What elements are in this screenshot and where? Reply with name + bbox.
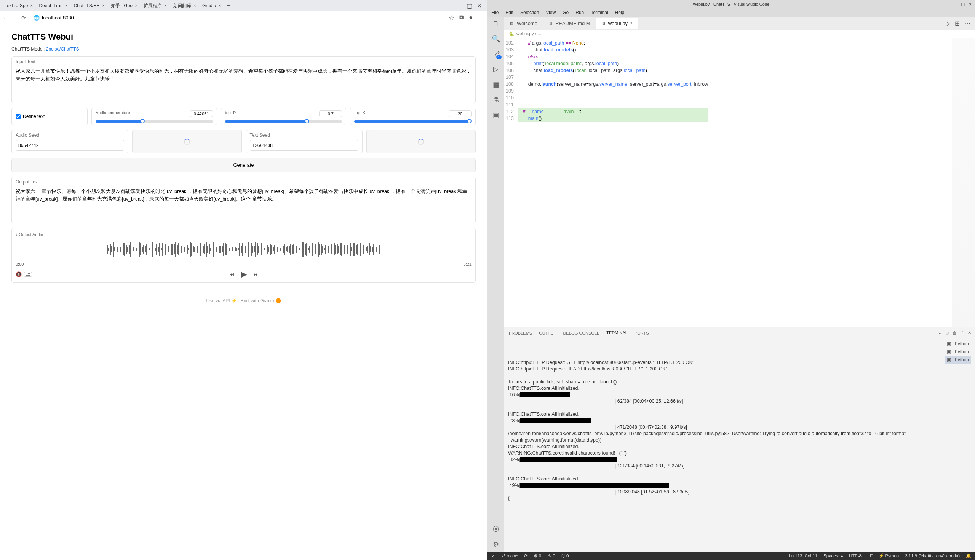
status-item[interactable]: 3.11.9 ('chattts_env': conda) <box>905 553 960 558</box>
trash-icon[interactable]: 🗑 <box>953 330 957 335</box>
code-area[interactable]: 102103104105106107108109110111112113 if … <box>504 38 975 327</box>
menu-item[interactable]: Help <box>615 10 624 15</box>
profile-icon[interactable]: ● <box>469 14 472 21</box>
close-tab-icon[interactable]: × <box>630 20 633 26</box>
tab-close-icon[interactable]: × <box>102 3 105 8</box>
status-item[interactable]: ⚡ Python <box>879 553 899 558</box>
status-item[interactable]: Ln 113, Col 11 <box>789 553 817 558</box>
close-panel-icon[interactable]: ✕ <box>968 330 971 335</box>
reload-icon[interactable]: ⟳ <box>21 15 26 21</box>
api-link[interactable]: Use via API <box>206 298 230 303</box>
tab-close-icon[interactable]: × <box>65 3 68 8</box>
close-icon[interactable]: ✕ <box>968 2 972 7</box>
extensions-icon[interactable]: ▦ <box>493 80 499 89</box>
output-textarea[interactable]: 祝大家六一 童节快乐。愿每一个小朋友和大朋友都能享受快乐的时光[uv_break… <box>12 185 475 222</box>
docker-icon[interactable]: ▣ <box>493 111 499 119</box>
code-content[interactable]: if args.local_path == None: chat.load_mo… <box>518 38 708 123</box>
speed-button[interactable]: 1x <box>24 272 32 277</box>
panel-tab[interactable]: PORTS <box>634 329 650 337</box>
menu-item[interactable]: Terminal <box>591 10 608 15</box>
dropdown-icon[interactable]: ⌄ <box>938 330 942 335</box>
panel-tab[interactable]: TERMINAL <box>606 329 628 337</box>
menu-item[interactable]: Selection <box>520 10 539 15</box>
explorer-icon[interactable]: 🗎 <box>493 20 499 28</box>
forward-icon[interactable]: → <box>12 15 18 21</box>
new-terminal-icon[interactable]: + <box>932 330 934 335</box>
run-debug-icon[interactable]: ▷ <box>493 65 499 73</box>
minimap[interactable] <box>952 38 975 327</box>
new-tab-button[interactable]: + <box>224 2 234 9</box>
terminal-instance[interactable]: ▣ Python <box>945 356 971 364</box>
chevron-up-icon[interactable]: ⌃ <box>960 330 964 335</box>
status-item[interactable]: ⊗ 0 <box>534 553 542 558</box>
terminal-instance[interactable]: ▣ Python <box>945 348 971 356</box>
input-textarea[interactable]: 祝大家六一儿童节快乐！愿每一个小朋友和大朋友都能享受快乐的时光，拥有无限的好奇心… <box>12 65 475 102</box>
waveform[interactable] <box>16 240 471 259</box>
status-item[interactable]: LF <box>868 553 873 558</box>
maximize-icon[interactable]: ▢ <box>467 2 472 10</box>
menu-item[interactable]: Run <box>576 10 584 15</box>
maximize-icon[interactable]: ▢ <box>961 2 965 7</box>
temperature-value[interactable] <box>190 110 213 117</box>
topk-value[interactable] <box>449 110 471 117</box>
editor-tab[interactable]: 🗎Welcome <box>504 18 543 29</box>
search-icon[interactable]: 🔍 <box>492 35 500 43</box>
panel-tab[interactable]: OUTPUT <box>538 329 557 337</box>
settings-icon[interactable]: ⚙ <box>493 540 499 548</box>
account-icon[interactable]: ⦿ <box>493 525 499 533</box>
status-item[interactable]: 🔔 <box>966 553 971 558</box>
menu-icon[interactable]: ⋮ <box>478 14 484 21</box>
browser-tab[interactable]: 扩展程序× <box>140 1 170 11</box>
panel-tab[interactable]: PROBLEMS <box>508 329 533 337</box>
status-item[interactable]: ⟳ <box>524 553 528 558</box>
topk-slider[interactable]: top_K <box>350 108 476 125</box>
terminal-instance[interactable]: ▣ Python <box>945 340 971 348</box>
back-icon[interactable]: ← <box>3 15 8 21</box>
browser-tab[interactable]: ChatTTS/RE× <box>71 2 108 10</box>
run-icon[interactable]: ▷ <box>946 20 950 27</box>
split-icon[interactable]: ⊞ <box>955 20 960 27</box>
extension-icon[interactable]: ⧉ <box>459 14 464 21</box>
refine-checkbox[interactable] <box>16 114 20 119</box>
browser-tab[interactable]: DeepL Tran× <box>36 2 70 10</box>
gradio-link[interactable]: Built with Gradio <box>241 298 274 303</box>
url-input[interactable]: 🌐 localhost:8080 <box>30 13 78 22</box>
source-control-icon[interactable]: ⎇1 <box>492 50 500 58</box>
editor-tab[interactable]: 🗎README.md M <box>543 18 596 29</box>
more-icon[interactable]: ⋯ <box>964 20 970 27</box>
topp-slider[interactable]: top_P <box>221 108 347 125</box>
tab-close-icon[interactable]: × <box>164 3 167 8</box>
status-item[interactable]: ⬡ 0 <box>561 553 569 558</box>
menu-item[interactable]: Edit <box>506 10 513 15</box>
split-terminal-icon[interactable]: ⊞ <box>945 330 949 335</box>
volume-icon[interactable]: 🔇 <box>16 272 22 277</box>
star-icon[interactable]: ☆ <box>449 14 454 21</box>
browser-tab[interactable]: 知乎 - Goo× <box>108 1 140 11</box>
terminal[interactable]: ▣ Python▣ Python▣ Python INFO:httpx:HTTP… <box>504 338 975 552</box>
status-item[interactable]: ⨉ <box>491 553 494 558</box>
status-item[interactable]: ⎇ main* <box>500 553 518 558</box>
menu-item[interactable]: File <box>491 10 499 15</box>
browser-tab[interactable]: Gradio× <box>199 2 224 10</box>
close-icon[interactable]: ✕ <box>477 2 482 10</box>
model-link[interactable]: 2noise/ChatTTS <box>46 47 79 52</box>
status-item[interactable]: ⚠ 0 <box>547 553 555 558</box>
rewind-icon[interactable]: ⏮ <box>229 272 234 277</box>
play-icon[interactable]: ▶ <box>241 270 247 279</box>
status-item[interactable]: UTF-8 <box>849 553 861 558</box>
audio-seed-input[interactable] <box>16 140 124 151</box>
browser-tab[interactable]: Text-to-Spe× <box>2 2 36 10</box>
tab-close-icon[interactable]: × <box>135 3 137 8</box>
menu-item[interactable]: View <box>546 10 556 15</box>
editor-tab[interactable]: 🗎webui.py× <box>596 18 638 29</box>
minimize-icon[interactable]: — <box>953 2 957 7</box>
menu-item[interactable]: Go <box>563 10 569 15</box>
topp-value[interactable] <box>319 110 342 117</box>
tab-close-icon[interactable]: × <box>218 3 221 8</box>
panel-tab[interactable]: DEBUG CONSOLE <box>562 329 600 337</box>
minimize-icon[interactable]: — <box>456 2 462 10</box>
browser-tab[interactable]: 划词翻译× <box>170 1 199 11</box>
tab-close-icon[interactable]: × <box>30 3 33 8</box>
text-seed-input[interactable] <box>250 140 358 151</box>
tab-close-icon[interactable]: × <box>194 3 196 8</box>
